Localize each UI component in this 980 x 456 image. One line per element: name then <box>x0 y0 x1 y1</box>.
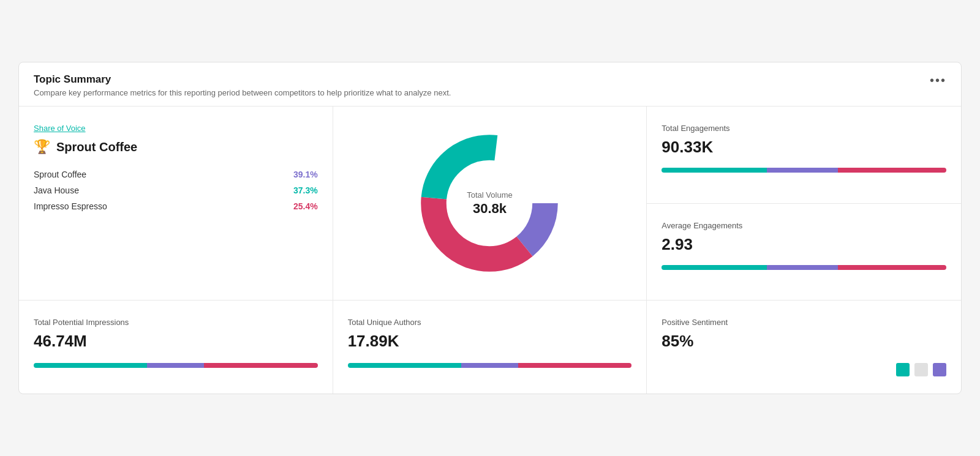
donut-chart-panel: Total Volume 30.8k <box>333 107 647 301</box>
sov-item: Sprout Coffee 39.1% <box>34 170 318 179</box>
more-menu-button[interactable]: ••• <box>930 73 946 88</box>
total-engagements-panel: Total Engagements 90.33K <box>647 107 961 204</box>
total-engagements-label: Total Engagements <box>662 124 946 133</box>
bar-seg-pink <box>838 168 946 173</box>
tua-bar <box>348 363 632 368</box>
swatch-grey <box>914 363 928 376</box>
bar-seg-teal <box>662 168 767 173</box>
main-grid: Share of Voice 🏆 Sprout Coffee Sprout Co… <box>19 107 961 394</box>
donut-center-value: 30.8k <box>473 201 507 216</box>
card-header: Topic Summary Compare key performance me… <box>19 62 961 107</box>
tpi-bar <box>34 363 318 368</box>
share-of-voice-panel: Share of Voice 🏆 Sprout Coffee Sprout Co… <box>19 107 333 301</box>
avg-engagements-panel: Average Engagements 2.93 <box>647 204 961 301</box>
bar-seg-purple <box>767 265 838 270</box>
sov-item-name: Java House <box>34 185 293 195</box>
bar-seg-teal <box>34 363 147 368</box>
donut-center-label: Total Volume <box>467 190 512 200</box>
avg-engagements-value: 2.93 <box>662 235 946 254</box>
sov-items-list: Sprout Coffee 39.1% Java House 37.3% Imp… <box>34 170 318 211</box>
bar-seg-pink <box>518 363 631 368</box>
avg-engagements-label: Average Engagements <box>662 221 946 230</box>
topic-summary-card: Topic Summary Compare key performance me… <box>18 62 962 394</box>
sov-winner-name: Sprout Coffee <box>56 140 137 154</box>
swatch-teal <box>896 363 910 376</box>
share-of-voice-label[interactable]: Share of Voice <box>34 124 318 133</box>
positive-sentiment-panel: Positive Sentiment 85% <box>647 301 961 394</box>
sov-item-pct: 39.1% <box>293 170 318 179</box>
sov-item: Impresso Espresso 25.4% <box>34 201 318 211</box>
bar-seg-pink <box>204 363 317 368</box>
sov-item-name: Impresso Espresso <box>34 201 293 211</box>
donut-chart: Total Volume 30.8k <box>410 124 569 283</box>
sov-winner-row: 🏆 Sprout Coffee <box>34 139 318 155</box>
card-title: Topic Summary <box>34 73 451 86</box>
tpi-label: Total Potential Impressions <box>34 318 318 327</box>
swatch-purple <box>933 363 946 376</box>
total-unique-authors-panel: Total Unique Authors 17.89K <box>333 301 647 394</box>
donut-center: Total Volume 30.8k <box>467 190 512 217</box>
bar-seg-purple <box>461 363 518 368</box>
ps-label: Positive Sentiment <box>662 318 946 327</box>
avg-engagements-bar <box>662 265 946 270</box>
sov-item: Java House 37.3% <box>34 185 318 195</box>
tua-label: Total Unique Authors <box>348 318 632 327</box>
sov-item-pct: 37.3% <box>293 185 318 195</box>
total-engagements-value: 90.33K <box>662 138 946 157</box>
swatch-row <box>662 363 946 376</box>
bar-seg-purple <box>147 363 204 368</box>
bar-seg-pink <box>838 265 946 270</box>
tua-value: 17.89K <box>348 332 632 351</box>
bar-seg-teal <box>662 265 767 270</box>
bar-seg-teal <box>348 363 461 368</box>
tpi-value: 46.74M <box>34 332 318 351</box>
bar-seg-purple <box>767 168 838 173</box>
ps-value: 85% <box>662 332 946 351</box>
header-left: Topic Summary Compare key performance me… <box>34 73 451 97</box>
sov-item-pct: 25.4% <box>293 201 318 211</box>
sov-item-name: Sprout Coffee <box>34 170 293 179</box>
total-potential-impressions-panel: Total Potential Impressions 46.74M <box>19 301 333 394</box>
card-subtitle: Compare key performance metrics for this… <box>34 88 451 97</box>
trophy-icon: 🏆 <box>34 139 50 155</box>
engagements-panel: Total Engagements 90.33K Average Engagem… <box>647 107 961 301</box>
total-engagements-bar <box>662 168 946 173</box>
